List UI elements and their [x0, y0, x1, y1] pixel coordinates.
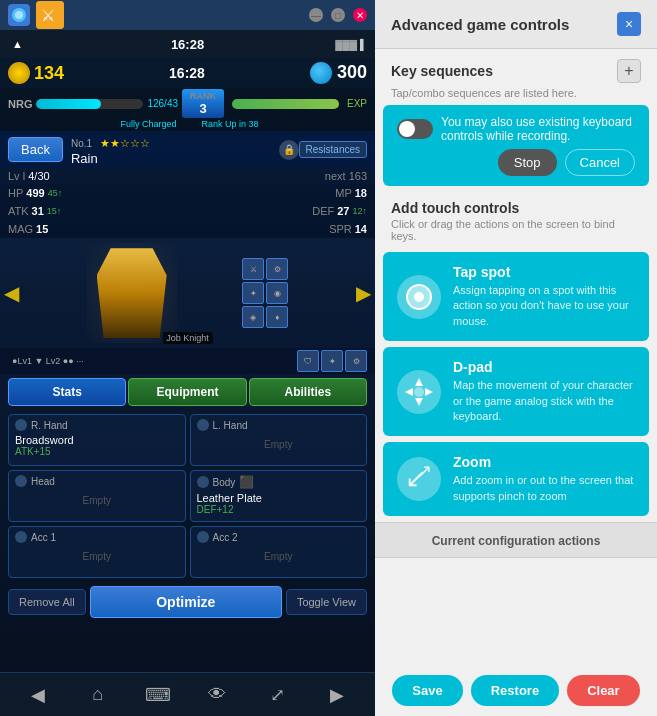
equipment-grid: R. Hand Broadsword ATK+15 L. Hand Empty	[0, 410, 375, 582]
clear-button[interactable]: Clear	[567, 675, 640, 706]
globe-icon	[310, 62, 332, 84]
nav-home-icon[interactable]: ⌂	[82, 679, 114, 711]
back-button[interactable]: Back	[8, 137, 63, 162]
level-next: next 163	[325, 170, 367, 182]
ability-icon-1[interactable]: ⚔	[242, 258, 264, 280]
slot-acc2[interactable]: Acc 2 Empty	[190, 526, 368, 578]
panel-close-button[interactable]: ×	[617, 12, 641, 36]
right-panel: Advanced game controls × Key sequences +…	[375, 0, 657, 716]
slot-body[interactable]: Body ⬛ Leather Plate DEF+12	[190, 470, 368, 522]
acc2-empty: Empty	[197, 551, 361, 562]
right-ability-1[interactable]: 🛡	[297, 350, 319, 372]
char-info-bar: Back No.1 ★★☆☆☆ Rain 🔒 Resistances	[0, 131, 375, 168]
key-sequences-section: Key sequences +	[375, 49, 657, 87]
zoom-info: Zoom Add zoom in or out to the screen th…	[453, 454, 635, 504]
tickets-value: 300	[337, 62, 367, 82]
slot-icon-rhand	[15, 419, 27, 431]
nav-back-icon[interactable]: ◀	[22, 679, 54, 711]
resistances-button[interactable]: Resistances	[299, 141, 367, 158]
char-sprite-area: ◀ ⚔ ✦ ◈ ⚙ ◉ ♦ ▶ Job Knight	[0, 238, 375, 348]
zoom-name: Zoom	[453, 454, 635, 470]
slot-rhand[interactable]: R. Hand Broadsword ATK+15	[8, 414, 186, 466]
sprite-img	[97, 248, 167, 338]
slot-acc1[interactable]: Acc 1 Empty	[8, 526, 186, 578]
toggle-knob	[399, 121, 415, 137]
dpad-card[interactable]: D-pad Map the movement of your character…	[383, 347, 649, 436]
close-btn[interactable]: ✕	[353, 8, 367, 22]
toggle-view-button[interactable]: Toggle View	[286, 589, 367, 615]
tap-spot-name: Tap spot	[453, 264, 635, 280]
char-stars: ★★☆☆☆	[100, 137, 150, 149]
slot-icon-head	[15, 475, 27, 487]
bottom-nav: ◀ ⌂ ⌨ 👁 ⤢ ▶	[0, 672, 375, 716]
svg-marker-6	[415, 378, 423, 386]
nav-keyboard-icon[interactable]: ⌨	[142, 679, 174, 711]
panel-header: Advanced game controls ×	[375, 0, 657, 49]
svg-text:↗: ↗	[417, 461, 432, 481]
tab-equipment[interactable]: Equipment	[128, 378, 246, 406]
slot-icon-acc1	[15, 531, 27, 543]
tab-stats[interactable]: Stats	[8, 378, 126, 406]
ability-icon-5[interactable]: ◉	[266, 282, 288, 304]
ability-icon-6[interactable]: ♦	[266, 306, 288, 328]
hud-top: 134 16:28 300	[0, 58, 375, 88]
remove-all-button[interactable]: Remove All	[8, 589, 86, 615]
nav-expand-icon[interactable]: ⤢	[261, 679, 293, 711]
key-sequences-subtitle: Tap/combo sequences are listed here.	[375, 87, 657, 105]
abilities-row: ●Lv1 ▼ Lv2 ●● ··· 🛡 ✦ ⚙	[0, 348, 375, 374]
mp-stat: MP 18	[335, 187, 367, 199]
exp-bar	[232, 99, 339, 109]
tab-row: Stats Equipment Abilities	[0, 374, 375, 410]
slot-lhand-label: L. Hand	[213, 420, 248, 431]
panel-title: Advanced game controls	[391, 16, 569, 33]
ability-icon-2[interactable]: ✦	[242, 282, 264, 304]
level-row: Lv l 4/30 next 163	[0, 168, 375, 184]
nav-left-icon[interactable]: ◀	[0, 277, 23, 309]
minimize-btn[interactable]: —	[309, 8, 323, 22]
recording-actions: Stop Cancel	[397, 149, 635, 176]
gold-display: 134	[8, 62, 64, 84]
phone-frame: ▲ 16:28 ▓▓▓ ▌ 134 16:28 300 NRG	[0, 30, 375, 716]
body-item-stat: DEF+12	[197, 504, 361, 515]
stats-row-2: ATK 31 15↑ DEF 27 12↑	[0, 202, 375, 220]
window-controls: — □ ✕	[309, 8, 367, 22]
tap-spot-card[interactable]: Tap spot Assign tapping on a spot with t…	[383, 252, 649, 341]
game-panel: ⚔ — □ ✕ ▲ 16:28 ▓▓▓ ▌ 134 16:28	[0, 0, 375, 716]
svg-point-1	[15, 11, 23, 19]
svg-marker-7	[415, 398, 423, 406]
clock: 16:28	[171, 37, 204, 52]
tab-abilities[interactable]: Abilities	[249, 378, 367, 406]
nav-right-icon[interactable]: ▶	[352, 277, 375, 309]
right-ability-3[interactable]: ⚙	[345, 350, 367, 372]
maximize-btn[interactable]: □	[331, 8, 345, 22]
stats-row-3: MAG 15 SPR 14	[0, 220, 375, 238]
zoom-card[interactable]: ↙ ↗ Zoom Add zoom in or out to the scree…	[383, 442, 649, 516]
slot-acc2-label: Acc 2	[213, 532, 238, 543]
slot-head[interactable]: Head Empty	[8, 470, 186, 522]
stop-button[interactable]: Stop	[498, 149, 557, 176]
slot-lhand[interactable]: L. Hand Empty	[190, 414, 368, 466]
slot-icon-acc2	[197, 531, 209, 543]
restore-button[interactable]: Restore	[471, 675, 559, 706]
ability-icon-4[interactable]: ⚙	[266, 258, 288, 280]
nav-eye-icon[interactable]: 👁	[201, 679, 233, 711]
bottom-action-bar: Remove All Optimize Toggle View	[0, 582, 375, 622]
svg-point-5	[414, 292, 424, 302]
right-ability-2[interactable]: ✦	[321, 350, 343, 372]
recording-toggle-row: You may also use existing keyboard contr…	[397, 115, 635, 143]
add-key-sequence-button[interactable]: +	[617, 59, 641, 83]
ability-icon-3[interactable]: ◈	[242, 306, 264, 328]
add-touch-subtitle: Click or drag the actions on the screen …	[391, 218, 641, 242]
dpad-info: D-pad Map the movement of your character…	[453, 359, 635, 424]
atk-stat: ATK 31 15↑	[8, 205, 61, 217]
body-item-name: Leather Plate	[197, 492, 361, 504]
gold-icon	[8, 62, 30, 84]
rhand-item-name: Broadsword	[15, 434, 179, 446]
nav-next-icon[interactable]: ▶	[321, 679, 353, 711]
optimize-button[interactable]: Optimize	[90, 586, 282, 618]
recording-toggle[interactable]	[397, 119, 433, 139]
dpad-icon	[397, 370, 441, 414]
save-button[interactable]: Save	[392, 675, 462, 706]
key-sequences-title: Key sequences	[391, 63, 493, 79]
cancel-button[interactable]: Cancel	[565, 149, 635, 176]
